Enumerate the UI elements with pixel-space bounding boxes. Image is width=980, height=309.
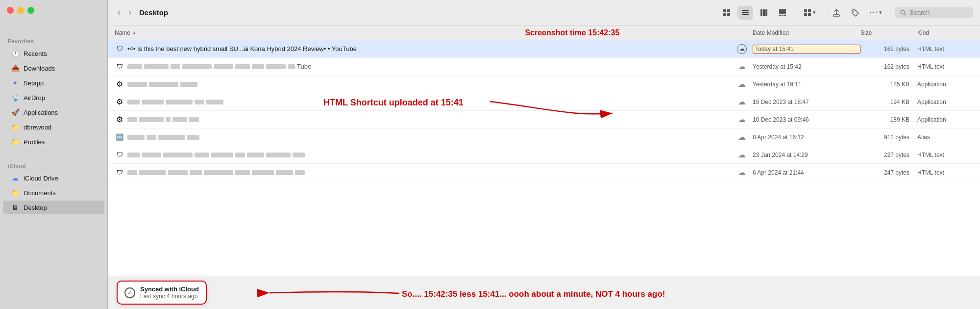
cloud-status: ☁ bbox=[731, 150, 753, 159]
file-date: 15 Dec 2023 at 18:47 bbox=[753, 99, 860, 105]
cloud-outline-icon: ☁ bbox=[738, 79, 746, 89]
icloud-drive-label: iCloud Drive bbox=[24, 175, 58, 182]
toolbar-divider-3 bbox=[890, 7, 890, 18]
file-name: •4• Is this the best new hybrid small SU… bbox=[127, 45, 731, 52]
file-kind: Alias bbox=[909, 134, 973, 141]
svg-rect-9 bbox=[765, 9, 767, 16]
file-size: 227 bytes bbox=[860, 152, 909, 158]
size-column-header[interactable]: Size bbox=[860, 29, 909, 36]
sidebar-item-documents[interactable]: 📁 Documents bbox=[3, 186, 104, 200]
file-date: 23 Jan 2024 at 14:29 bbox=[753, 152, 860, 158]
svg-rect-13 bbox=[784, 15, 786, 16]
file-name-blurred: Tube bbox=[127, 63, 731, 70]
view-columns-button[interactable] bbox=[756, 6, 772, 20]
file-kind: HTML text bbox=[909, 63, 973, 70]
ellipsis-icon: ··· bbox=[869, 7, 878, 18]
sidebar-item-dbrewood[interactable]: 📁 dbrewood bbox=[3, 120, 104, 134]
svg-point-18 bbox=[853, 11, 854, 12]
file-kind: HTML text bbox=[909, 152, 973, 158]
file-kind: HTML text bbox=[909, 169, 973, 176]
sync-title: Synced with iCloud bbox=[140, 285, 199, 293]
file-kind: Application bbox=[909, 116, 973, 123]
grid-icon bbox=[722, 8, 731, 17]
kind-column-header[interactable]: Kind bbox=[909, 29, 973, 36]
toolbar-icons: ▾ ··· ▾ bbox=[719, 5, 973, 20]
table-row[interactable]: 🛡 Tube ☁ Yesterday at 15:42 bbox=[108, 58, 980, 76]
file-date: Today at 15:41 bbox=[753, 45, 860, 53]
svg-rect-5 bbox=[742, 12, 749, 13]
search-input[interactable] bbox=[909, 9, 968, 16]
cloud-outline-icon: ☁ bbox=[738, 97, 746, 106]
profiles-label: Profiles bbox=[24, 138, 45, 146]
view-icon-grid-button[interactable] bbox=[719, 6, 735, 20]
cloud-status: ☁ bbox=[731, 79, 753, 89]
group-icon bbox=[803, 8, 812, 17]
tag-button[interactable] bbox=[847, 6, 863, 20]
file-name-blurred bbox=[127, 82, 731, 87]
file-size: 194 KB bbox=[860, 99, 909, 105]
recents-icon: 🕐 bbox=[11, 49, 20, 58]
sidebar-item-recents[interactable]: 🕐 Recents bbox=[3, 47, 104, 60]
cloud-outline-icon: ☁ bbox=[738, 150, 746, 159]
sidebar-item-airdrop[interactable]: 📡 AirDrop bbox=[3, 91, 104, 104]
file-size: 189 KB bbox=[860, 116, 909, 123]
file-date: 10 Dec 2023 at 09:46 bbox=[753, 116, 860, 123]
minimize-button[interactable] bbox=[17, 7, 24, 14]
file-name-suffix: Tube bbox=[297, 63, 311, 70]
table-row[interactable]: 🛡 •4• Is this the best new hybrid small … bbox=[108, 40, 980, 58]
sort-arrow-icon: ▲ bbox=[132, 30, 137, 35]
share-button[interactable] bbox=[829, 6, 844, 20]
svg-point-19 bbox=[901, 10, 905, 14]
close-button[interactable] bbox=[7, 7, 14, 14]
cloud-status: ☁ bbox=[731, 97, 753, 106]
svg-rect-1 bbox=[727, 9, 730, 12]
file-date: Yesterday at 15:42 bbox=[753, 63, 860, 70]
recents-label: Recents bbox=[24, 50, 47, 57]
main-content: ‹ › Desktop bbox=[108, 0, 980, 309]
sidebar-item-applications[interactable]: 🚀 Applications bbox=[3, 105, 104, 119]
table-row[interactable]: ⚙ ☁ Yesterday at 19:11 185 KB Applicatio… bbox=[108, 76, 980, 93]
file-kind: Application bbox=[909, 81, 973, 88]
back-button[interactable]: ‹ bbox=[115, 5, 123, 20]
table-header: Name ▲ Screenshot time 15:42:35 Date Mod… bbox=[108, 26, 980, 40]
sync-text: Synced with iCloud Last sync 4 hours ago bbox=[140, 285, 199, 300]
sidebar-item-profiles[interactable]: 📁 Profiles bbox=[3, 135, 104, 149]
sidebar-item-setapp[interactable]: ✦ Setapp bbox=[3, 76, 104, 90]
sidebar-item-icloud-drive[interactable]: ☁ iCloud Drive bbox=[3, 171, 104, 185]
cloud-status: ☁ bbox=[731, 62, 753, 71]
date-column-header[interactable]: Date Modified bbox=[753, 29, 860, 36]
file-kind: Application bbox=[909, 99, 973, 105]
sync-check-icon: ✓ bbox=[124, 287, 135, 298]
svg-rect-8 bbox=[763, 9, 765, 16]
sync-annotation-arrow: So.... 15:42:35 less 15:41... oooh about… bbox=[108, 276, 980, 309]
sidebar: Favorites 🕐 Recents 📥 Downloads ✦ Setapp… bbox=[0, 0, 108, 309]
search-icon bbox=[900, 9, 906, 16]
table-row[interactable]: 🔤 ☁ 8 Apr 2024 at 16:12 912 bytes Alias bbox=[108, 129, 980, 146]
search-box[interactable] bbox=[895, 7, 973, 18]
svg-rect-17 bbox=[808, 13, 811, 16]
file-name-blurred bbox=[127, 153, 731, 157]
airdrop-label: AirDrop bbox=[24, 94, 45, 102]
view-list-button[interactable] bbox=[737, 6, 753, 20]
table-row[interactable]: 🛡 ☁ 6 Apr 2024 at 21:44 247 bytes bbox=[108, 164, 980, 181]
table-row[interactable]: 🛡 ☁ 23 Jan 2024 at 14:29 227 bytes bbox=[108, 146, 980, 164]
name-column-header[interactable]: Name ▲ bbox=[115, 29, 731, 36]
fullscreen-button[interactable] bbox=[27, 7, 34, 14]
table-row[interactable]: ⚙ ☁ 10 Dec 2023 at 09:46 189 KB Applicat… bbox=[108, 111, 980, 129]
forward-button[interactable]: › bbox=[125, 5, 134, 20]
sidebar-item-desktop[interactable]: 🖥 Desktop bbox=[3, 201, 104, 214]
sidebar-item-downloads[interactable]: 📥 Downloads bbox=[3, 61, 104, 75]
view-gallery-button[interactable] bbox=[775, 6, 790, 20]
sync-subtitle: Last sync 4 hours ago bbox=[140, 293, 199, 300]
file-size: 162 bytes bbox=[860, 46, 909, 52]
sync-footer: ✓ Synced with iCloud Last sync 4 hours a… bbox=[108, 276, 980, 309]
favorites-section-label: Favorites bbox=[0, 34, 107, 46]
desktop-label: Desktop bbox=[24, 204, 47, 211]
svg-rect-14 bbox=[804, 9, 807, 12]
more-button[interactable]: ··· ▾ bbox=[866, 5, 885, 20]
file-kind: HTML text bbox=[909, 46, 973, 52]
applications-label: Applications bbox=[24, 109, 58, 116]
group-button[interactable]: ▾ bbox=[800, 6, 819, 20]
table-row[interactable]: ⚙ ☁ 15 Dec 2023 at 18:47 194 KB Applicat… bbox=[108, 93, 980, 111]
desktop-icon: 🖥 bbox=[11, 203, 20, 212]
